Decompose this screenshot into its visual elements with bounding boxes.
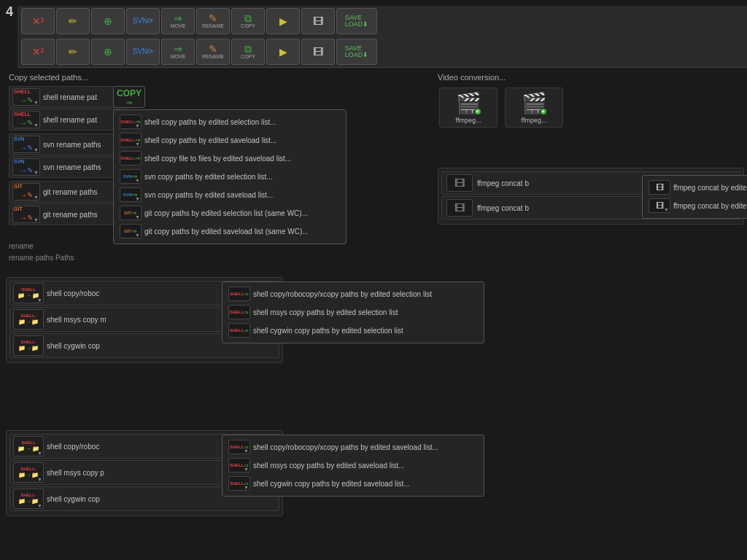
- ffmpeg-card-1[interactable]: 🎬 ▼ ffmpeg...: [439, 88, 498, 128]
- popup-git-copy-2[interactable]: GIT ⇒ ▼ git copy paths by edited saveloa…: [117, 222, 343, 240]
- copy-button[interactable]: ⧉ COPY: [231, 8, 265, 34]
- move2-icon: ⇒: [174, 44, 182, 54]
- move-button[interactable]: ⇒ MOVE: [161, 8, 195, 34]
- rename2-label: RENAME: [202, 54, 224, 60]
- svn-rename-2[interactable]: SVN →✎ ▼ svn rename paths: [9, 156, 122, 178]
- media2-icon: ▶: [279, 47, 287, 57]
- group2-msys-icon: SHELL- 📁→📁 ▼: [13, 462, 44, 483]
- rename-button[interactable]: ✎ RENAME: [196, 8, 230, 34]
- popup-git-copy-1-label: git copy paths by edited selection list …: [144, 209, 308, 217]
- add2-button[interactable]: ⊕: [91, 39, 125, 65]
- copy2-button[interactable]: ⧉ COPY: [231, 39, 265, 65]
- group2-popup-msys[interactable]: SHELL ⇒ ▼ shell msys copy paths by edite…: [225, 456, 481, 474]
- group2-popup: SHELL ⇒ ▼ shell copy/robocopy/xcopy path…: [222, 435, 484, 497]
- copy2-label: COPY: [241, 54, 255, 60]
- group1-popup: SHELL ⇒ shell copy/robocopy/xcopy paths …: [222, 281, 484, 343]
- group2-popup-robocopy[interactable]: SHELL ⇒ ▼ shell copy/robocopy/xcopy path…: [225, 438, 481, 456]
- popup-git-1-icon: GIT ⇒ ▼: [120, 206, 142, 220]
- ffmpeg-label-1: ffmpeg...: [456, 117, 481, 124]
- concat-popup-save-label: ffmpeg concat by edited saveload list...: [673, 202, 747, 210]
- popup-shell-3-icon: SHELL ⇒: [120, 151, 142, 166]
- shell-rename-section: SHELL →✎ ▼ shell rename pat SHELL →✎ ▼ s…: [9, 86, 122, 226]
- popup-git-copy-1[interactable]: GIT ⇒ ▼ git copy paths by edited selecti…: [117, 204, 343, 222]
- group2-popup-robocopy-icon: SHELL ⇒ ▼: [228, 440, 250, 454]
- git-rename-2-icon: GIT →✎ ▼: [12, 206, 40, 223]
- svn2-icon: SVN⟳: [133, 48, 154, 55]
- popup-shell-copy-3[interactable]: SHELL ⇒ shell copy file to files by edit…: [117, 149, 343, 167]
- ffmpeg-label-2: ffmpeg...: [522, 117, 547, 124]
- saveload2-button[interactable]: SAVELOAD⬇: [336, 39, 377, 65]
- popup-svn-copy-1[interactable]: SVN ⇒ ▼ svn copy paths by edited selecti…: [117, 168, 343, 185]
- popup-svn-1-icon: SVN ⇒ ▼: [120, 169, 142, 184]
- concat-popup-selection[interactable]: 🎞 ffmpeg concat by edited selection list: [646, 179, 747, 196]
- popup-shell-2-icon: SHELL ⇒ ▼: [120, 133, 142, 147]
- concat-popup-sel-label: ffmpeg concat by edited selection list: [673, 184, 747, 192]
- group1-shell-icon: SHELL 📁 → 📁 ▼: [13, 283, 44, 303]
- copy-trigger-icon[interactable]: COPY ⇒: [113, 86, 148, 108]
- popup-git-copy-2-label: git copy paths by edited saveload list (…: [144, 228, 309, 236]
- group1-popup-robocopy-label: shell copy/robocopy/xcopy paths by edite…: [253, 290, 432, 298]
- svn-sync-button[interactable]: SVN⟳: [126, 8, 160, 34]
- shell-rename-2[interactable]: SHELL →✎ ▼ shell rename pat: [9, 109, 122, 131]
- film-icon: 🎞: [313, 16, 323, 26]
- concat-popup-saveload[interactable]: 🎞 ▼ ffmpeg concat by edited saveload lis…: [646, 197, 747, 214]
- svn-rename-1-icon: SVN →✎ ▼: [12, 136, 40, 153]
- popup-svn-copy-2[interactable]: SVN ⇒ ▼ svn copy paths by edited saveloa…: [117, 186, 343, 203]
- shell-rename-1[interactable]: SHELL →✎ ▼ shell rename pat: [9, 86, 122, 108]
- group1-popup-msys[interactable]: SHELL ⇒ shell msys copy paths by edited …: [225, 303, 481, 321]
- x2b-button[interactable]: ✕²: [21, 39, 55, 65]
- rename2-button[interactable]: ✎ RENAME: [196, 39, 230, 65]
- add-button[interactable]: ⊕: [91, 8, 125, 34]
- svn-rename-1[interactable]: SVN →✎ ▼ svn rename paths: [9, 133, 122, 155]
- video-section-label: Video conversion...: [438, 73, 506, 82]
- popup-shell-copy-1[interactable]: SHELL ⇒ ▼ shell copy paths by edited sel…: [117, 113, 343, 131]
- group2-popup-cygwin-icon: SHELL ⇒ ▼: [228, 476, 250, 491]
- copy-icon: ⧉: [244, 13, 252, 23]
- media2-button[interactable]: ▶: [266, 39, 300, 65]
- popup-shell-1-icon: SHELL ⇒ ▼: [120, 114, 142, 129]
- saveload2-icon: SAVELOAD⬇: [345, 45, 369, 58]
- group1-popup-robocopy[interactable]: SHELL ⇒ shell copy/robocopy/xcopy paths …: [225, 285, 481, 303]
- film2-button[interactable]: 🎞: [301, 39, 335, 65]
- concat-popup: 🎞 ffmpeg concat by edited selection list…: [642, 175, 747, 219]
- concat-label-2: ffmpeg concat b: [477, 204, 529, 212]
- saveload-button[interactable]: SAVELOAD⬇: [336, 8, 377, 34]
- media-button[interactable]: ▶: [266, 8, 300, 34]
- group2-popup-cygwin[interactable]: SHELL ⇒ ▼ shell cygwin copy paths by edi…: [225, 475, 481, 492]
- film-strip-icon-1: 🎬 ▼: [456, 91, 481, 115]
- copy-dropdown-popup: SHELL ⇒ ▼ shell copy paths by edited sel…: [113, 109, 347, 244]
- move2-label: MOVE: [171, 54, 186, 60]
- copy-section-label: Copy selected paths...: [9, 73, 88, 82]
- media-icon: ▶: [279, 16, 287, 26]
- popup-shell-copy-2[interactable]: SHELL ⇒ ▼ shell copy paths by edited sav…: [117, 131, 343, 149]
- popup-svn-copy-1-label: svn copy paths by edited selection list.…: [144, 173, 273, 181]
- copy-group-2: SHELL 📁 → 📁 ▼ shell copy/roboc SHELL- 📁→…: [6, 430, 283, 497]
- ffmpeg-card-2[interactable]: 🎬 ▼ ffmpeg...: [505, 88, 563, 128]
- copy-label: COPY: [241, 23, 255, 29]
- edit-icon: ✏: [69, 16, 77, 26]
- svn-icon: SVN⟳: [133, 18, 154, 25]
- move2-button[interactable]: ⇒ MOVE: [161, 39, 195, 65]
- copy2-icon: ⧉: [244, 44, 252, 54]
- group1-popup-cygwin[interactable]: SHELL ⇒ shell cygwin copy paths by edite…: [225, 322, 481, 339]
- shell-rename-2-icon: SHELL →✎ ▼: [12, 111, 40, 128]
- concat-icon-2: 🎞: [446, 199, 473, 217]
- git-rename-2[interactable]: GIT →✎ ▼ git rename paths: [9, 203, 122, 225]
- edit-button[interactable]: ✏: [56, 8, 90, 34]
- group2-popup-cygwin-label: shell cygwin copy paths by edited savelo…: [253, 480, 410, 488]
- rename-icon: ✎: [209, 13, 217, 23]
- shell-rename-2-label: shell rename pat: [43, 116, 118, 124]
- group2-popup-robocopy-label: shell copy/robocopy/xcopy paths by edite…: [253, 443, 438, 451]
- video-cards-row: 🎬 ▼ ffmpeg... 🎬 ▼ ffmpeg...: [438, 86, 565, 129]
- shell-rename-1-icon: SHELL →✎ ▼: [12, 88, 40, 106]
- edit2-button[interactable]: ✏: [56, 39, 90, 65]
- svn-sync2-button[interactable]: SVN⟳: [126, 39, 160, 65]
- toolbar-row-2: ✕² ✏ ⊕ SVN⟳ ⇒ MOVE ✎ RENAME ⧉ COPY ▶ 🎞 S…: [18, 36, 747, 68]
- group1-popup-msys-label: shell msys copy paths by edited selectio…: [253, 308, 398, 316]
- svn-rename-2-icon: SVN →✎ ▼: [12, 158, 40, 176]
- x2-button[interactable]: ✕²: [21, 8, 55, 34]
- git-rename-1[interactable]: GIT →✎ ▼ git rename paths: [9, 181, 122, 203]
- film-button[interactable]: 🎞: [301, 8, 335, 34]
- edit2-icon: ✏: [69, 47, 77, 57]
- move-icon: ⇒: [174, 13, 182, 23]
